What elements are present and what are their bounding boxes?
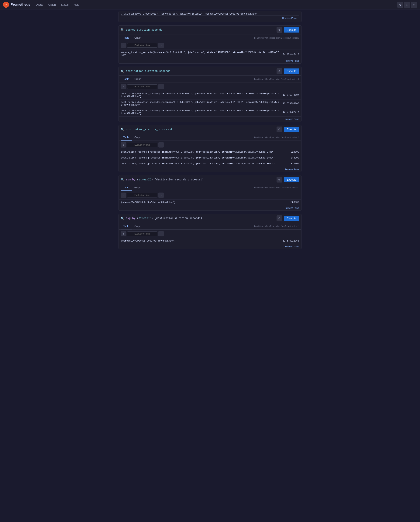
settings-icon-btn[interactable]: ⚙: [397, 2, 403, 8]
panel-5-results: {streamID="2DSK6qBrJ0s1JkirYd9Rbs7EHde"}…: [119, 238, 301, 244]
nav-alerts[interactable]: Alerts: [34, 2, 45, 7]
panel-3-query-row: 🔍 ↺ Execute: [119, 125, 301, 134]
panel-3-remove-link[interactable]: Remove Panel: [285, 168, 300, 171]
panel-1-tab-table[interactable]: Table: [120, 36, 132, 41]
panel-3-tab-graph[interactable]: Graph: [132, 135, 144, 140]
panel-4-tab-table[interactable]: Table: [120, 185, 132, 191]
result-value: 1000000: [290, 201, 299, 204]
search-icon: 🔍: [120, 216, 124, 220]
panel-4-results: {streamID="2DSK6qBrJ0s1JkirYd9Rbs7EHde"}…: [119, 200, 301, 205]
panel-4-eval-input[interactable]: [127, 193, 157, 198]
panel-1-eval-row: ‹ ›: [119, 41, 301, 50]
panel-4-tab-graph[interactable]: Graph: [132, 185, 144, 191]
panel-1-tab-graph[interactable]: Graph: [132, 36, 144, 41]
panel-3-eval-next[interactable]: ›: [158, 142, 164, 147]
panel-4-tabs-row: Table Graph Load time: 96ms Resolution: …: [119, 184, 301, 191]
table-row: destination_records_processed{instance="…: [119, 149, 301, 155]
result-metric: destination_duration_seconds{instance="0…: [121, 109, 280, 115]
panel-5-tabs-row: Table Graph Load time: 96ms Resolution: …: [119, 223, 301, 230]
search-icon: 🔍: [120, 128, 124, 131]
top-partial-panel: ...{instance="0.0.0.0:8021", job="source…: [119, 11, 301, 22]
panel-5-eval-prev[interactable]: ‹: [120, 231, 126, 236]
panel-4-eval-prev[interactable]: ‹: [120, 192, 126, 198]
panel-5-stats: Load time: 96ms Resolution: 14s Result s…: [254, 225, 300, 229]
panel-5-eval-next[interactable]: ›: [158, 231, 164, 236]
panel-4-stale-btn[interactable]: ↺: [277, 177, 282, 183]
search-icon: 🔍: [120, 69, 124, 73]
panel-3-stale-btn[interactable]: ↺: [277, 127, 282, 132]
panel-4-query-row: 🔍 sum by (streamID) (destination_records…: [119, 175, 301, 184]
circle-icon-btn[interactable]: ●: [411, 2, 417, 8]
nav-help[interactable]: Help: [71, 2, 82, 7]
svg-text:P: P: [6, 4, 7, 6]
panel-2-query-input[interactable]: [126, 69, 275, 73]
panel-2-eval-input[interactable]: [127, 84, 157, 89]
panel-1-eval-next[interactable]: ›: [158, 43, 164, 48]
result-metric: destination_duration_seconds{instance="0…: [121, 101, 280, 106]
panel-4-eval-row: ‹ ›: [119, 191, 301, 200]
query-field: streamID: [139, 178, 151, 181]
panel-1-stale-btn[interactable]: ↺: [277, 27, 282, 33]
panel-destination-records: 🔍 ↺ Execute Table Graph Load time: 94ms …: [119, 125, 301, 172]
top-partial-text: ...{instance="0.0.0.0:8021", job="source…: [121, 13, 299, 15]
panel-4-eval-next[interactable]: ›: [158, 192, 164, 198]
search-icon: 🔍: [120, 178, 124, 182]
panel-3-execute-btn[interactable]: Execute: [284, 127, 300, 132]
panel-4-remove-row: Remove Panel: [119, 205, 301, 210]
panel-2-tab-graph[interactable]: Graph: [132, 77, 144, 82]
result-metric: destination_records_processed{instance="…: [121, 162, 288, 165]
panel-2-tabs-row: Table Graph Load time: 94ms Resolution: …: [119, 76, 301, 83]
result-value: 11.381922774: [283, 53, 299, 55]
panel-source-duration: 🔍 ↺ Execute Table Graph Load time: 94ms …: [119, 25, 301, 63]
table-row: destination_records_processed{instance="…: [119, 155, 301, 161]
panel-1-eval-input[interactable]: [127, 43, 157, 48]
query-keyword: sum by: [126, 178, 137, 181]
panel-2-execute-btn[interactable]: Execute: [284, 69, 300, 74]
panel-3-query-input[interactable]: [126, 128, 275, 131]
panel-4-execute-btn[interactable]: Execute: [284, 177, 300, 182]
panel-5-query-row: 🔍 avg by (streamID) (destination_duratio…: [119, 214, 301, 223]
top-remove-panel-link[interactable]: Remove Panel: [282, 17, 297, 19]
panel-2-query-row: 🔍 ↺ Execute: [119, 67, 301, 76]
nav-brand: Prometheus: [11, 3, 30, 7]
panel-5-execute-btn[interactable]: Execute: [284, 216, 300, 221]
panel-5-remove-link[interactable]: Remove Panel: [285, 245, 300, 248]
panel-2-stale-btn[interactable]: ↺: [277, 68, 282, 74]
panel-1-remove-link[interactable]: Remove Panel: [285, 60, 300, 62]
panel-5-stale-btn[interactable]: ↺: [277, 215, 282, 221]
panel-1-query-input[interactable]: [126, 28, 275, 31]
search-icon: 🔍: [120, 28, 124, 32]
table-row: {streamID="2DSK6qBrJ0s1JkirYd9Rbs7EHde"}…: [119, 238, 301, 244]
panel-1-eval-prev[interactable]: ‹: [120, 43, 126, 48]
panel-5-eval-input[interactable]: [127, 231, 157, 236]
panel-1-execute-btn[interactable]: Execute: [284, 27, 300, 32]
navbar: P Prometheus Alerts Graph Status Help ⚙ …: [0, 0, 420, 9]
nav-icons: ⚙ ☾ ●: [397, 2, 417, 8]
panel-2-eval-next[interactable]: ›: [158, 84, 164, 89]
panel-2-remove-link[interactable]: Remove Panel: [285, 118, 300, 121]
result-value: 12.570327677: [283, 111, 299, 114]
panel-2-tab-table[interactable]: Table: [120, 77, 132, 82]
panel-5-tab-table[interactable]: Table: [120, 224, 132, 230]
nav-status[interactable]: Status: [59, 2, 71, 7]
top-remove-panel-row: Remove Panel: [121, 15, 299, 21]
panel-2-stats: Load time: 94ms Resolution: 14s Result s…: [254, 78, 300, 81]
table-row: destination_duration_seconds{instance="0…: [119, 91, 301, 100]
panel-2-eval-prev[interactable]: ‹: [120, 84, 126, 89]
panel-4-remove-link[interactable]: Remove Panel: [285, 207, 300, 209]
panel-avg-duration: 🔍 avg by (streamID) (destination_duratio…: [119, 214, 301, 249]
panel-destination-duration: 🔍 ↺ Execute Table Graph Load time: 94ms …: [119, 67, 301, 122]
query-paren: (: [137, 217, 139, 220]
panel-1-stats: Load time: 94ms Resolution: 14s Result s…: [254, 37, 300, 40]
panel-3-eval-row: ‹ ›: [119, 141, 301, 149]
nav-graph[interactable]: Graph: [46, 2, 58, 7]
panel-3-eval-prev[interactable]: ‹: [120, 142, 126, 147]
result-metric: {streamID="2DSK6qBrJ0s1JkirYd9Rbs7EHde"}: [121, 240, 280, 242]
panel-3-tab-table[interactable]: Table: [120, 135, 132, 140]
panel-3-eval-input[interactable]: [127, 143, 157, 147]
result-metric: destination_records_processed{instance="…: [121, 151, 288, 154]
theme-icon-btn[interactable]: ☾: [404, 2, 410, 8]
panel-3-stats: Load time: 94ms Resolution: 14s Result s…: [254, 136, 300, 139]
panel-5-tab-graph[interactable]: Graph: [132, 224, 144, 230]
table-row: destination_duration_seconds{instance="0…: [119, 100, 301, 108]
